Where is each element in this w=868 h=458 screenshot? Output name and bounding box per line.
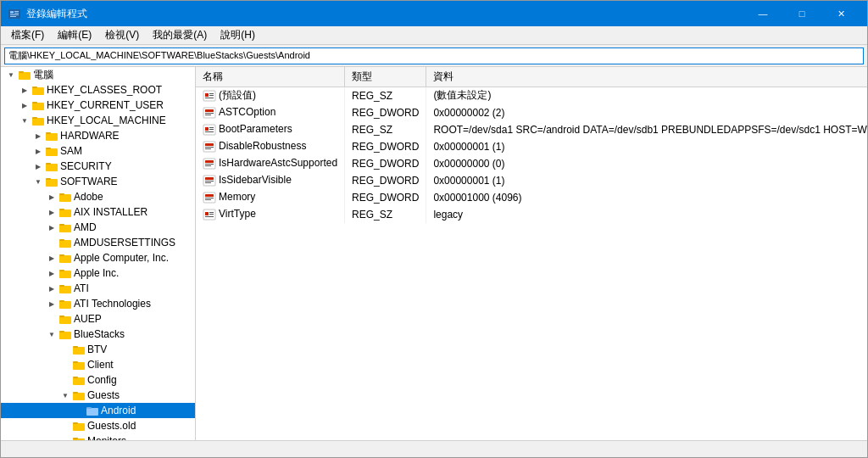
expand-btn-security[interactable]: ▶ (31, 159, 45, 173)
expand-btn-amd[interactable]: ▶ (45, 221, 58, 234)
address-input[interactable] (4, 47, 864, 64)
svg-rect-116 (205, 216, 214, 217)
tree-item-hkcr[interactable]: ▶ HKEY_CLASSES_ROOT (1, 82, 195, 98)
expand-btn-btv[interactable] (58, 343, 72, 356)
menu-edit[interactable]: 編輯(E) (51, 26, 98, 44)
tree-item-btv[interactable]: BTV (1, 342, 195, 357)
tree-item-monitors[interactable]: Monitors (1, 433, 195, 440)
table-row[interactable]: VirtTypeREG_SZlegacy (196, 206, 867, 223)
table-row[interactable]: (預設值)REG_SZ(數值未設定) (196, 87, 867, 104)
tree-item-applecomp[interactable]: ▶ Apple Computer, Inc. (1, 250, 195, 265)
window-controls: — □ ✕ (743, 1, 860, 26)
folder-icon-config (72, 373, 86, 387)
cell-type-6: REG_DWORD (345, 189, 426, 206)
expand-btn-software[interactable]: ▼ (31, 175, 45, 188)
close-button[interactable]: ✕ (821, 1, 860, 26)
expand-btn-hklm[interactable]: ▼ (18, 114, 31, 127)
svg-rect-12 (32, 118, 44, 126)
cell-name-6: Memory (196, 189, 345, 206)
expand-btn-bluestacks[interactable]: ▼ (45, 327, 58, 341)
tree-item-hklm[interactable]: ▼ HKEY_LOCAL_MACHINE (1, 113, 195, 128)
tree-item-sam[interactable]: ▶ SAM (1, 143, 195, 159)
expand-btn-atitech[interactable]: ▶ (45, 297, 58, 310)
table-row[interactable]: MemoryREG_DWORD0x00001000 (4096) (196, 189, 867, 206)
expand-btn-android[interactable] (72, 404, 86, 417)
menu-favorites[interactable]: 我的最愛(A) (146, 26, 214, 44)
folder-icon-guests (72, 388, 86, 402)
maximize-button[interactable]: □ (782, 1, 821, 26)
tree-item-software[interactable]: ▼ SOFTWARE (1, 174, 195, 189)
tree-item-bluestacks[interactable]: ▼ BlueStacks (1, 327, 195, 342)
tree-label-computer: 電腦 (33, 68, 53, 82)
cell-type-4: REG_DWORD (345, 155, 426, 172)
tree-item-hkcu[interactable]: ▶ HKEY_CURRENT_USER (1, 98, 195, 113)
cell-name-3: DisableRobustness (196, 138, 345, 155)
cell-data-3: 0x00000001 (1) (426, 138, 867, 155)
tree-item-atitech[interactable]: ▶ ATI Technologies (1, 296, 195, 311)
expand-btn-config[interactable] (58, 373, 72, 387)
tree-item-computer[interactable]: ▼ 電腦 (1, 67, 195, 82)
tree-item-auep[interactable]: AUEP (1, 311, 195, 327)
svg-rect-26 (59, 225, 71, 232)
menu-file[interactable]: 檔案(F) (4, 26, 51, 44)
table-row[interactable]: IsHardwareAstcSupportedREG_DWORD0x000000… (196, 155, 867, 172)
folder-icon-adobe (58, 190, 72, 204)
svg-rect-86 (205, 98, 214, 98)
svg-rect-6 (19, 72, 31, 80)
table-row[interactable]: DisableRobustnessREG_DWORD0x00000001 (1) (196, 138, 867, 155)
status-bar (1, 440, 867, 457)
expand-btn-hardware[interactable]: ▶ (31, 129, 45, 142)
expand-btn-computer[interactable]: ▼ (4, 68, 18, 81)
expand-btn-adobe[interactable]: ▶ (45, 190, 58, 204)
tree-item-guests[interactable]: ▼ Guests (1, 388, 195, 403)
tree-item-client[interactable]: Client (1, 357, 195, 372)
tree-item-security[interactable]: ▶ SECURITY (1, 159, 195, 174)
tree-item-amd[interactable]: ▶ AMD (1, 220, 195, 235)
table-row[interactable]: ASTCOptionREG_DWORD0x00000002 (2) (196, 104, 867, 121)
svg-rect-43 (73, 346, 78, 348)
expand-btn-aix[interactable]: ▶ (45, 205, 58, 219)
tree-item-android[interactable]: Android (1, 403, 195, 418)
folder-icon-bluestacks (58, 327, 72, 341)
expand-btn-guestsold[interactable] (58, 419, 72, 433)
tree-item-config[interactable]: Config (1, 372, 195, 388)
svg-rect-115 (209, 214, 214, 215)
expand-btn-appleinc[interactable]: ▶ (45, 266, 58, 280)
folder-icon-amduser (58, 236, 72, 249)
window-title: 登錄編輯程式 (26, 7, 743, 21)
tree-item-appleinc[interactable]: ▶ Apple Inc. (1, 265, 195, 281)
svg-rect-114 (209, 212, 214, 213)
expand-btn-client[interactable] (58, 358, 72, 371)
expand-btn-amduser[interactable] (45, 236, 58, 249)
svg-rect-23 (59, 193, 64, 195)
tree-item-aix[interactable]: ▶ AIX INSTALLER (1, 204, 195, 220)
tree-item-amduser[interactable]: AMDUSERSETTINGS (1, 235, 195, 250)
expand-btn-sam[interactable]: ▶ (31, 144, 45, 158)
tree-label-btv: BTV (87, 344, 107, 355)
tree-item-ati[interactable]: ▶ ATI (1, 281, 195, 296)
col-type: 類型 (345, 67, 426, 87)
svg-rect-27 (59, 224, 64, 226)
expand-btn-auep[interactable] (45, 312, 58, 326)
cell-type-5: REG_DWORD (345, 172, 426, 189)
tree-item-adobe[interactable]: ▶ Adobe (1, 189, 195, 204)
expand-btn-ati[interactable]: ▶ (45, 282, 58, 295)
svg-rect-34 (59, 286, 71, 293)
expand-btn-hkcr[interactable]: ▶ (18, 83, 31, 97)
minimize-button[interactable]: — (743, 1, 782, 26)
menu-view[interactable]: 檢視(V) (98, 26, 146, 44)
svg-rect-103 (205, 165, 211, 166)
expand-btn-monitors[interactable] (58, 434, 72, 440)
table-row[interactable]: IsSidebarVisibleREG_DWORD0x00000001 (1) (196, 172, 867, 189)
menu-help[interactable]: 說明(H) (214, 26, 262, 44)
tree-item-guestsold[interactable]: Guests.old (1, 418, 195, 433)
tree-label-amduser: AMDUSERSETTINGS (74, 237, 175, 249)
cell-data-2: ROOT=/dev/sda1 SRC=/android DATA=/dev/sd… (426, 121, 867, 138)
tree-item-hardware[interactable]: ▶ HARDWARE (1, 128, 195, 143)
expand-btn-guests[interactable]: ▼ (58, 388, 72, 402)
expand-btn-hkcu[interactable]: ▶ (18, 98, 31, 112)
expand-btn-applecomp[interactable]: ▶ (45, 251, 58, 265)
svg-rect-88 (205, 109, 214, 112)
table-row[interactable]: BootParametersREG_SZROOT=/dev/sda1 SRC=/… (196, 121, 867, 138)
cell-data-0: (數值未設定) (426, 87, 867, 104)
